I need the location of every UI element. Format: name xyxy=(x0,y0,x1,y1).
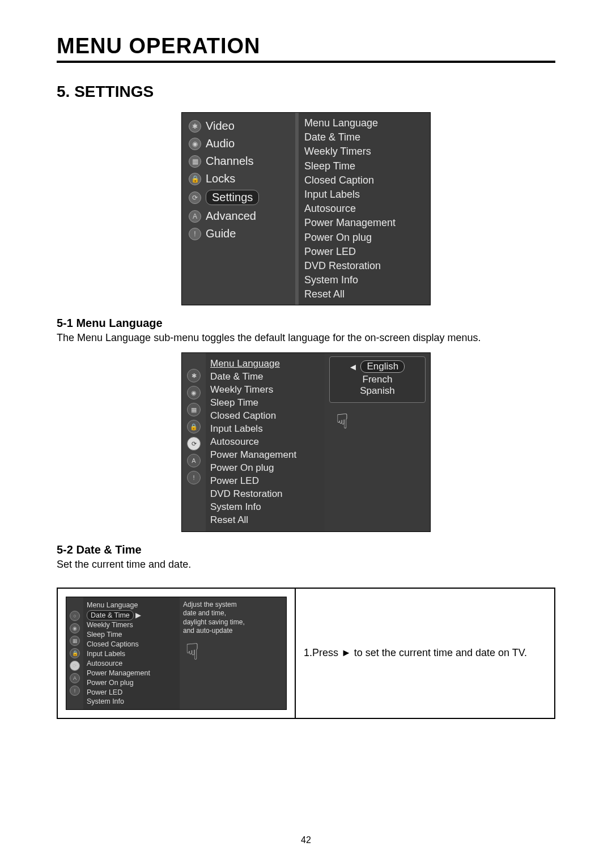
channels-icon: ▦ xyxy=(189,155,201,168)
submenu-item[interactable]: DVD Restoration xyxy=(304,259,424,273)
language-option[interactable]: French xyxy=(334,374,420,385)
osd1-submenu: Menu Language Date & Time Weekly Timers … xyxy=(299,113,430,305)
language-popup: ◀ English French Spanish xyxy=(329,356,426,403)
right-arrow-icon: ▶ xyxy=(134,611,141,619)
nav-label: Channels xyxy=(206,155,254,168)
nav-item-locks[interactable]: 🔒 Locks xyxy=(186,170,291,188)
instruction-text: 1.Press ► to set the current time and da… xyxy=(304,647,546,659)
osd1-left-nav: ✱ Video ◉ Audio ▦ Channels 🔒 Locks ⟳ Set… xyxy=(182,113,295,305)
guide-icon: ! xyxy=(187,471,201,484)
settings-icon: ⟳ xyxy=(187,437,201,450)
help-text: and auto-update xyxy=(183,627,283,636)
osd3-icon-column: ○ ◉ ▦ 🔒 ⟳ A ! xyxy=(66,597,83,709)
lock-icon: 🔒 xyxy=(187,420,201,433)
language-option[interactable]: Spanish xyxy=(334,385,420,397)
submenu-item[interactable]: Reset All xyxy=(304,287,424,301)
submenu-item[interactable]: System Info xyxy=(87,697,176,707)
pointer-hand-icon: ☟ xyxy=(336,410,364,438)
osd-date-time: ○ ◉ ▦ 🔒 ⟳ A ! Menu Language Date & Time … xyxy=(66,597,287,710)
nav-item-audio[interactable]: ◉ Audio xyxy=(186,135,291,152)
submenu-item[interactable]: System Info xyxy=(210,501,320,514)
osd2-icon-column: ✱ ◉ ▦ 🔒 ⟳ A ! xyxy=(182,353,206,531)
submenu-item[interactable]: Power Management xyxy=(87,669,176,678)
submenu-item[interactable]: Input Labels xyxy=(304,188,424,202)
advanced-icon: A xyxy=(70,673,80,683)
subsection-5-1-desc: The Menu Language sub-menu toggles the d… xyxy=(57,332,555,344)
osd3-submenu: Menu Language Date & Time ▶ Weekly Timer… xyxy=(83,597,180,709)
submenu-item[interactable]: DVD Restoration xyxy=(210,488,320,501)
lock-icon: 🔒 xyxy=(189,173,201,185)
submenu-item[interactable]: Weekly Timers xyxy=(304,144,424,159)
submenu-item[interactable]: Sleep Time xyxy=(210,397,320,410)
submenu-item[interactable]: Input Labels xyxy=(87,649,176,659)
nav-item-settings[interactable]: ⟳ Settings xyxy=(186,188,291,207)
submenu-item[interactable]: Power LED xyxy=(87,688,176,697)
channels-icon: ▦ xyxy=(70,636,80,646)
left-arrow-icon[interactable]: ◀ xyxy=(350,363,356,371)
audio-icon: ◉ xyxy=(187,386,201,399)
submenu-item-selected[interactable]: Menu Language xyxy=(210,358,320,371)
help-text: date and time, xyxy=(183,609,283,618)
submenu-item[interactable]: System Info xyxy=(304,273,424,287)
nav-label: Audio xyxy=(206,137,235,150)
nav-label: Locks xyxy=(206,172,235,185)
guide-icon: ! xyxy=(189,228,201,240)
submenu-item[interactable]: Power Management xyxy=(210,449,320,462)
help-text: daylight saving time, xyxy=(183,618,283,627)
submenu-item[interactable]: Power On plug xyxy=(210,462,320,475)
submenu-item[interactable]: Power On plug xyxy=(304,231,424,245)
submenu-item[interactable]: Menu Language xyxy=(87,601,176,610)
submenu-item-selected[interactable]: Date & Time xyxy=(87,610,134,621)
submenu-item[interactable]: Date & Time xyxy=(304,130,424,144)
subsection-5-2-desc: Set the current time and date. xyxy=(57,559,555,571)
section-title: 5. SETTINGS xyxy=(57,83,555,101)
settings-icon: ⟳ xyxy=(189,192,201,204)
submenu-item[interactable]: Power On plug xyxy=(87,678,176,688)
submenu-item[interactable]: Power LED xyxy=(210,475,320,488)
nav-item-video[interactable]: ✱ Video xyxy=(186,117,291,135)
guide-icon: ! xyxy=(70,686,80,696)
osd3-help-panel: Adjust the system date and time, dayligh… xyxy=(180,597,286,709)
language-option-selected[interactable]: English xyxy=(360,360,405,373)
osd-settings-main: ✱ Video ◉ Audio ▦ Channels 🔒 Locks ⟳ Set… xyxy=(181,112,431,305)
submenu-item[interactable]: Closed Caption xyxy=(304,173,424,188)
submenu-item[interactable]: Reset All xyxy=(210,514,320,527)
audio-icon: ◉ xyxy=(189,138,201,150)
submenu-item[interactable]: Autosource xyxy=(304,202,424,216)
submenu-item[interactable]: Power LED xyxy=(304,245,424,259)
nav-item-channels[interactable]: ▦ Channels xyxy=(186,152,291,170)
subsection-5-2-title: 5-2 Date & Time xyxy=(57,543,555,556)
nav-item-guide[interactable]: ! Guide xyxy=(186,225,291,242)
nav-label: Advanced xyxy=(206,210,256,223)
audio-icon: ◉ xyxy=(70,623,80,633)
osd-menu-language: ✱ ◉ ▦ 🔒 ⟳ A ! Menu Language Date & Time … xyxy=(181,352,431,531)
pointer-hand-icon: ☟ xyxy=(185,637,199,666)
video-icon: ○ xyxy=(70,611,80,621)
submenu-item[interactable]: Sleep Time xyxy=(87,630,176,640)
osd2-options-panel: ◀ English French Spanish ☟ xyxy=(325,353,430,531)
submenu-item[interactable]: Input Labels xyxy=(210,423,320,436)
submenu-item[interactable]: Power Management xyxy=(304,216,424,230)
submenu-item[interactable]: Menu Language xyxy=(304,116,424,130)
page-number: 42 xyxy=(0,835,612,845)
submenu-item[interactable]: Closed Captions xyxy=(87,640,176,649)
submenu-item[interactable]: Autosource xyxy=(87,659,176,669)
help-text: Adjust the system xyxy=(183,601,283,610)
nav-label: Guide xyxy=(206,227,236,240)
advanced-icon: A xyxy=(187,454,201,467)
video-icon: ✱ xyxy=(189,120,201,133)
date-time-instruction-table: ○ ◉ ▦ 🔒 ⟳ A ! Menu Language Date & Time … xyxy=(57,588,555,719)
submenu-item[interactable]: Autosource xyxy=(210,436,320,449)
submenu-item[interactable]: Weekly Timers xyxy=(210,384,320,397)
video-icon: ✱ xyxy=(187,369,201,382)
settings-icon: ⟳ xyxy=(70,661,80,671)
submenu-item[interactable]: Weekly Timers xyxy=(87,620,176,630)
submenu-item[interactable]: Closed Caption xyxy=(210,410,320,423)
nav-label: Video xyxy=(206,120,235,133)
submenu-item[interactable]: Date & Time xyxy=(210,371,320,384)
nav-item-advanced[interactable]: A Advanced xyxy=(186,207,291,225)
nav-label: Settings xyxy=(206,190,259,205)
submenu-item[interactable]: Sleep Time xyxy=(304,159,424,173)
lock-icon: 🔒 xyxy=(70,648,80,658)
page-title: MENU OPERATION xyxy=(57,34,555,63)
